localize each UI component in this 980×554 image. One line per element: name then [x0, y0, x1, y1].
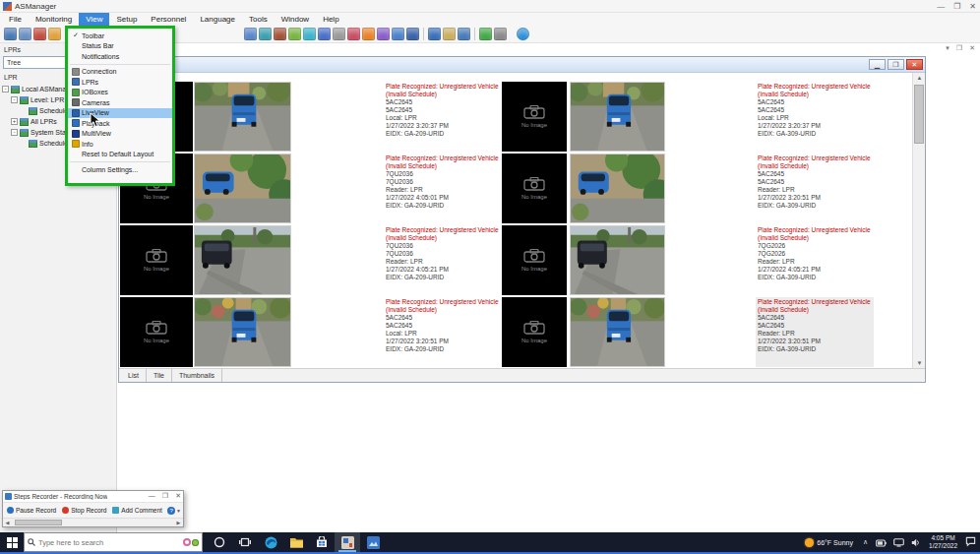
vertical-scrollbar[interactable]: ▲ ▼: [912, 73, 925, 369]
search-input[interactable]: [38, 538, 183, 547]
forward-icon[interactable]: [362, 28, 375, 40]
menu-personnel[interactable]: Personnel: [144, 13, 193, 26]
taskbar-app-task-view[interactable]: [232, 532, 258, 552]
database-icon[interactable]: [274, 28, 286, 40]
view-menu-item-info[interactable]: Info: [68, 139, 172, 150]
vehicle-photo[interactable]: [194, 297, 291, 367]
view-menu-item-liveview[interactable]: LiveView: [68, 108, 172, 119]
no-image-thumbnail[interactable]: No Image: [502, 297, 567, 367]
steps-recorder-titlebar[interactable]: Steps Recorder - Recording Now — ❐ ✕: [3, 491, 183, 503]
child-close-icon[interactable]: ✕: [906, 59, 923, 70]
alert-icon[interactable]: [48, 28, 61, 40]
tray-display-icon[interactable]: [893, 533, 904, 551]
no-image-thumbnail[interactable]: No Image: [502, 225, 567, 295]
view-menu-item-notifications[interactable]: Notifications: [68, 51, 172, 62]
scrollbar-thumb[interactable]: [914, 85, 924, 144]
vehicle-photo[interactable]: [570, 225, 665, 295]
no-image-thumbnail[interactable]: No Image: [502, 82, 567, 152]
leaf-icon[interactable]: [288, 28, 301, 40]
tab-thumbnails[interactable]: Thumbnails: [172, 369, 222, 382]
vehicle-photo[interactable]: [570, 82, 665, 152]
start-button[interactable]: [0, 532, 24, 552]
close-icon[interactable]: ✕: [969, 1, 976, 12]
view-menu-item-connection[interactable]: Connection: [68, 67, 172, 78]
taskbar-app-cortana[interactable]: [207, 532, 232, 552]
star-icon[interactable]: [377, 28, 390, 40]
scroll-right-icon[interactable]: ▶: [174, 519, 183, 526]
view-menu-item-cameras[interactable]: Cameras: [68, 97, 172, 108]
vehicle-photo[interactable]: [570, 154, 665, 223]
menu-language[interactable]: Language: [193, 13, 242, 26]
pause-record-button[interactable]: Pause Record: [5, 507, 58, 514]
event-details-left-2[interactable]: Plate Recognized: Unregistered Vehicle(I…: [384, 154, 504, 223]
scroll-up-icon[interactable]: ▲: [913, 73, 925, 84]
child-maximize-icon[interactable]: ❐: [888, 59, 904, 70]
child-minimize-icon[interactable]: ▁: [869, 59, 886, 70]
table-icon[interactable]: [458, 28, 470, 40]
view-menu-item-lprs[interactable]: LPRs: [68, 77, 172, 88]
menu-file[interactable]: File: [2, 13, 29, 26]
dish-icon[interactable]: [318, 28, 331, 40]
add-comment-button[interactable]: Add Comment: [110, 507, 164, 514]
action-center-button[interactable]: [965, 533, 976, 551]
view-menu-item-reset-to-default-layout[interactable]: Reset to Default Layout: [68, 150, 172, 160]
save-icon[interactable]: [4, 28, 17, 40]
event-details-right-3[interactable]: Plate Recognized: Unregistered Vehicle(I…: [756, 225, 874, 295]
taskbar-clock[interactable]: 4:05 PM 1/27/2022: [929, 534, 957, 550]
event-details-left-1[interactable]: Plate Recognized: Unregistered Vehicle(I…: [384, 82, 504, 152]
event-details-right-4[interactable]: Plate Recognized: Unregistered Vehicle(I…: [756, 297, 874, 367]
photo-icon[interactable]: [333, 28, 345, 40]
export-icon[interactable]: [19, 28, 31, 40]
taskbar-app-edge[interactable]: [258, 532, 283, 552]
vehicle-photo[interactable]: [570, 297, 665, 367]
tree-expander-icon[interactable]: -: [2, 86, 9, 92]
view-menu-item-multiview[interactable]: MultiView: [68, 129, 172, 140]
view-menu-item-toolbar[interactable]: ✓Toolbar: [68, 31, 172, 41]
user-icon[interactable]: [392, 28, 404, 40]
psr-close-icon[interactable]: ✕: [175, 492, 181, 500]
psr-maximize-icon[interactable]: ❐: [162, 492, 168, 500]
menu-window[interactable]: Window: [275, 13, 316, 26]
no-image-thumbnail[interactable]: No Image: [120, 225, 193, 295]
scroll-left-icon[interactable]: ◀: [3, 519, 12, 526]
scrollbar-thumb[interactable]: [15, 520, 62, 525]
menu-setup[interactable]: Setup: [109, 13, 144, 26]
help-icon[interactable]: [517, 28, 529, 40]
psr-minimize-icon[interactable]: —: [149, 492, 155, 500]
taskbar-app-store[interactable]: [309, 532, 335, 552]
no-image-thumbnail[interactable]: No Image: [502, 154, 567, 223]
maximize-icon[interactable]: ❐: [953, 1, 960, 12]
event-window-titlebar[interactable]: ▁ ❐ ✕: [119, 57, 925, 73]
back-icon[interactable]: [259, 28, 272, 40]
menu-help[interactable]: Help: [316, 13, 345, 26]
screen-icon[interactable]: [494, 28, 507, 40]
event-details-left-4[interactable]: Plate Recognized: Unregistered Vehicle(I…: [384, 297, 504, 367]
mdi-close-icon[interactable]: ✕: [969, 44, 975, 52]
tree-expander-icon[interactable]: +: [11, 118, 18, 125]
tv-icon[interactable]: [479, 28, 492, 40]
ring-icon[interactable]: [303, 28, 316, 40]
event-details-left-3[interactable]: Plate Recognized: Unregistered Vehicle(I…: [384, 225, 504, 295]
vehicle-photo[interactable]: [194, 82, 291, 152]
event-details-right-1[interactable]: Plate Recognized: Unregistered Vehicle(I…: [756, 82, 874, 152]
vehicle-photo[interactable]: [194, 225, 291, 295]
tray-battery-icon[interactable]: [876, 533, 887, 551]
mdi-minimize-icon[interactable]: ▾: [946, 44, 949, 52]
tab-tile[interactable]: Tile: [147, 369, 172, 382]
menu-tools[interactable]: Tools: [242, 13, 275, 26]
event-details-right-2[interactable]: Plate Recognized: Unregistered Vehicle(I…: [756, 154, 874, 223]
tab-list[interactable]: List: [121, 369, 147, 382]
vehicle-photo[interactable]: [194, 154, 291, 223]
view-menu-item-ioboxes[interactable]: IOBoxes: [68, 88, 172, 98]
tray-volume-icon[interactable]: [911, 533, 921, 551]
tree-expander-icon[interactable]: -: [11, 129, 18, 136]
cells-icon[interactable]: [443, 28, 456, 40]
help-button[interactable]: ? ▼: [167, 507, 181, 515]
search-highlights-art[interactable]: [183, 538, 199, 546]
taskbar-app-photos[interactable]: [360, 532, 386, 552]
minimize-icon[interactable]: —: [937, 1, 945, 12]
monitor-icon[interactable]: [244, 28, 257, 40]
taskbar-search[interactable]: [24, 532, 203, 552]
view-menu-item-status-bar[interactable]: Status Bar: [68, 41, 172, 52]
globe-icon[interactable]: [347, 28, 360, 40]
